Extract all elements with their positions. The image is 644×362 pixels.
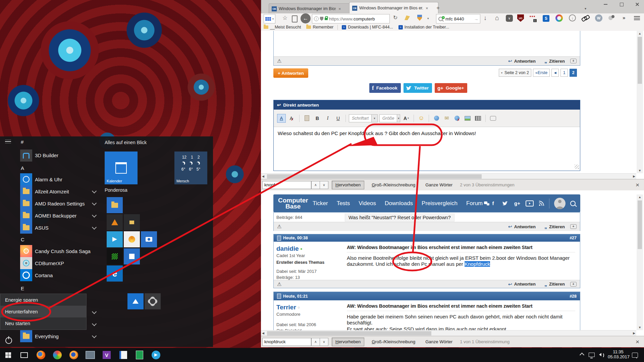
insert-image-button[interactable] bbox=[463, 114, 472, 123]
scroll-left-icon[interactable]: ◀ bbox=[262, 331, 264, 335]
nav-preisvergleich[interactable]: Preisvergleich bbox=[422, 200, 458, 207]
page-info-icon[interactable]: i bbox=[314, 16, 319, 21]
expand-chevron-icon[interactable] bbox=[92, 213, 97, 218]
report-icon[interactable]: ⚠ bbox=[277, 224, 281, 230]
match-case-button[interactable]: Groß-/Kleinschreibung bbox=[368, 338, 419, 346]
qwant-addon-icon[interactable] bbox=[555, 14, 563, 22]
find-previous-button[interactable]: ∧ bbox=[311, 181, 320, 189]
tab-2-active[interactable]: CB Windows Bootmanager im Bios er... × bbox=[349, 2, 438, 14]
taskbar-clock[interactable]: 11:35 05.03.2017 bbox=[608, 349, 629, 359]
nav-ticker[interactable]: Ticker bbox=[313, 200, 328, 207]
start-menu-hamburger-icon[interactable] bbox=[5, 141, 11, 142]
rss-icon[interactable] bbox=[538, 200, 544, 206]
nav-downloads[interactable]: Downloads bbox=[385, 200, 413, 207]
expand-chevron-icon[interactable] bbox=[92, 201, 97, 205]
taskbar-telegram[interactable] bbox=[151, 350, 161, 360]
expand-chevron-icon[interactable] bbox=[92, 225, 97, 230]
s-addon-icon[interactable]: S bbox=[543, 15, 549, 22]
task-view-button[interactable] bbox=[19, 350, 30, 360]
find-next-button[interactable]: ∨ bbox=[320, 338, 328, 346]
tab-groups-button[interactable]: ▾ bbox=[264, 14, 275, 23]
wayback-addon-icon[interactable]: W bbox=[595, 14, 602, 22]
whole-words-button[interactable]: Ganze Wörter bbox=[422, 181, 456, 189]
start-app-3d-builder[interactable]: 3D Builder bbox=[35, 153, 58, 158]
tile-notes-app[interactable] bbox=[124, 248, 140, 264]
menu-item-shutdown[interactable]: Herunterfahren bbox=[0, 306, 86, 317]
nav-videos[interactable]: Videos bbox=[359, 200, 376, 207]
tile-telegram[interactable] bbox=[107, 231, 123, 247]
expand-chevron-icon[interactable] bbox=[92, 334, 97, 338]
quote-button[interactable]: Zitieren bbox=[549, 59, 565, 64]
insert-email-button[interactable]: ✉ bbox=[442, 114, 451, 123]
start-app-amd-radeon[interactable]: AMD Radeon Settings bbox=[35, 201, 85, 206]
tile-orange-app[interactable] bbox=[124, 231, 140, 247]
start-app-everything[interactable]: Everything bbox=[35, 334, 59, 339]
twitter-icon[interactable] bbox=[501, 200, 509, 207]
search-go-icon[interactable]: → bbox=[474, 16, 478, 21]
reply-button[interactable]: Antworten bbox=[514, 59, 536, 64]
font-family-dropdown[interactable]: Schriftart ▾ bbox=[349, 114, 378, 122]
action-center-icon[interactable] bbox=[632, 353, 638, 358]
match-case-button[interactable]: Groß-/Kleinschreibung bbox=[368, 181, 419, 189]
quote-button[interactable]: Zitieren bbox=[549, 224, 565, 229]
nav-forum[interactable]: Forum bbox=[466, 200, 489, 207]
search-engine-icon[interactable]: + bbox=[438, 17, 443, 21]
volume-icon[interactable] bbox=[599, 353, 601, 356]
scroll-down-icon[interactable]: ▼ bbox=[637, 326, 643, 329]
vertical-scrollbar-1[interactable]: ▲ ▼ bbox=[637, 31, 643, 173]
font-size-dropdown[interactable]: Größe ▾ bbox=[379, 114, 400, 122]
tile-vlc[interactable] bbox=[107, 214, 123, 230]
tray-expand-icon[interactable] bbox=[580, 353, 584, 357]
maximize-button[interactable] bbox=[614, 0, 629, 9]
font-color-button[interactable]: A▾ bbox=[402, 114, 411, 123]
start-button[interactable] bbox=[3, 350, 13, 360]
quote-bubble-button[interactable] bbox=[489, 114, 497, 123]
proxy-addon-icon[interactable] bbox=[608, 15, 616, 21]
username-link[interactable]: danidie bbox=[276, 245, 299, 252]
report-icon[interactable]: ⚠ bbox=[277, 281, 281, 287]
start-app-aomei[interactable]: AOMEI Backupper bbox=[35, 213, 76, 219]
whole-words-button[interactable]: Ganze Wörter bbox=[422, 338, 456, 346]
facebook-share-button[interactable]: f Facebook bbox=[369, 83, 401, 93]
highlight-all-button[interactable]: Hervorheben bbox=[332, 181, 364, 189]
tab-1-close-icon[interactable]: × bbox=[338, 6, 341, 11]
first-page-button[interactable]: «Erste bbox=[533, 69, 550, 77]
horizontal-scrollbar-1[interactable]: ◀ ◀ bbox=[261, 173, 636, 179]
back-button[interactable]: ← bbox=[301, 13, 311, 23]
scrollbar-thumb[interactable] bbox=[267, 331, 431, 336]
scrollbar-thumb[interactable] bbox=[638, 37, 642, 84]
tab-list-dropdown-icon[interactable]: ▾ bbox=[585, 7, 586, 10]
facebook-icon[interactable]: f bbox=[489, 200, 497, 207]
scrollbar-thumb[interactable] bbox=[638, 200, 642, 249]
close-button[interactable] bbox=[630, 0, 644, 9]
vertical-scrollbar-2[interactable]: ▲ ▼ bbox=[637, 194, 643, 330]
underline-button[interactable]: U bbox=[334, 114, 342, 123]
tile-settings[interactable] bbox=[145, 293, 161, 309]
bookmark-downloads-mfc[interactable]: b Downloads | MFC-844... bbox=[342, 25, 393, 29]
power-button[interactable] bbox=[5, 337, 12, 344]
start-app-alarm-uhr[interactable]: Alarm & Uhr bbox=[35, 177, 62, 182]
username-link[interactable]: Terrier bbox=[276, 304, 296, 311]
overflow-icon[interactable]: » bbox=[623, 15, 625, 20]
start-app-cortana[interactable]: Cortana bbox=[35, 273, 53, 278]
network-icon[interactable] bbox=[589, 353, 595, 357]
expand-chevron-icon[interactable] bbox=[92, 309, 97, 314]
editor-mode-button[interactable]: A bbox=[277, 114, 286, 123]
tile-photos[interactable] bbox=[127, 293, 144, 309]
start-app-candy-crush[interactable]: Candy Crush Soda Saga bbox=[35, 248, 91, 254]
resize-grip[interactable] bbox=[575, 165, 579, 169]
nav-tests[interactable]: Tests bbox=[337, 200, 350, 207]
twitter-share-button[interactable]: Twitter bbox=[404, 83, 432, 93]
scrollbar-thumb[interactable] bbox=[267, 174, 482, 179]
highlight-all-button[interactable]: Hervorheben bbox=[332, 338, 364, 346]
tracking-shield-icon[interactable] bbox=[320, 17, 323, 21]
scroll-up-icon[interactable]: ▲ bbox=[637, 31, 643, 35]
bookmark-installation-treiber[interactable]: b Installation der Treiber... bbox=[398, 25, 449, 29]
tile-snake-game[interactable] bbox=[107, 248, 123, 264]
taskbar-firefox-2[interactable] bbox=[68, 350, 79, 360]
youtube-icon[interactable] bbox=[526, 200, 534, 206]
search-bar[interactable]: + mfc 8440 → bbox=[436, 14, 480, 23]
report-icon[interactable]: ⚠ bbox=[277, 58, 281, 64]
link-addon-icon[interactable] bbox=[582, 15, 589, 21]
menu-item-sleep[interactable]: Energie sparen bbox=[0, 294, 86, 306]
